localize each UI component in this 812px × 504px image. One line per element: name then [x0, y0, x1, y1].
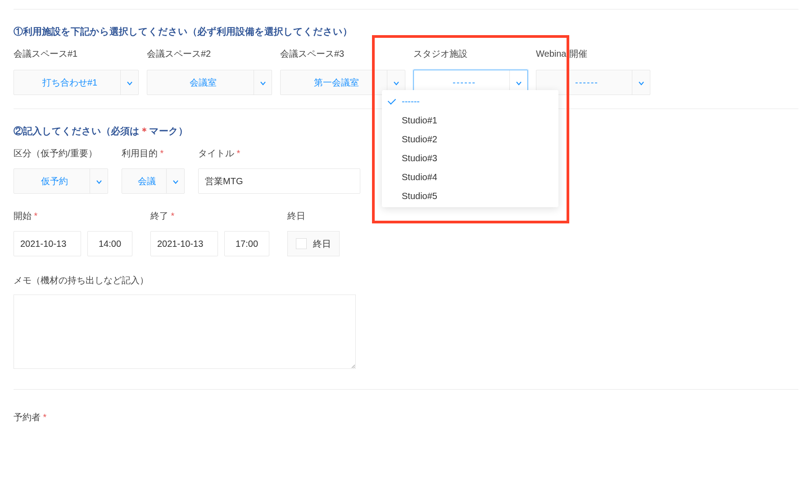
dropdown-option-1[interactable]: Studio#1 [382, 111, 558, 130]
facility-label-4: スタジオ施設 [413, 48, 528, 60]
facility-select-value: ------ [419, 77, 509, 88]
start-label: 開始 * [14, 210, 132, 222]
dropdown-option-3[interactable]: Studio#3 [382, 149, 558, 168]
facility-label-3: 会議スペース#3 [280, 48, 405, 60]
facility-label-1: 会議スペース#1 [14, 48, 139, 60]
facility-select-value: 会議室 [153, 77, 254, 89]
allday-checkbox-wrap[interactable]: 終日 [287, 231, 340, 256]
memo-label: メモ（機材の持ち出しなど記入） [14, 274, 798, 286]
chevron-down-icon [632, 70, 650, 95]
chevron-down-icon [120, 70, 138, 95]
dropdown-option-none[interactable]: ------ [382, 92, 558, 111]
facility-select-value: 打ち合わせ#1 [19, 77, 120, 89]
facility-select-value: 第一会議室 [286, 77, 387, 89]
allday-checkbox[interactable] [296, 238, 307, 249]
start-time-input[interactable] [87, 231, 132, 256]
title-label: タイトル * [198, 147, 360, 159]
facility-select-value: ------ [542, 77, 632, 88]
facility-label-2: 会議スペース#2 [147, 48, 272, 60]
allday-label: 終日 [287, 210, 340, 222]
end-label: 終了 * [150, 210, 269, 222]
studio-dropdown[interactable]: ------ Studio#1 Studio#2 Studio#3 Studio… [382, 90, 558, 207]
purpose-label: 利用目的 * [122, 147, 185, 159]
allday-text: 終日 [313, 238, 331, 250]
kubun-select[interactable]: 仮予約 [14, 168, 108, 194]
purpose-select[interactable]: 会議 [122, 168, 185, 194]
chevron-down-icon [254, 70, 272, 95]
end-time-input[interactable] [224, 231, 269, 256]
facility-select-2[interactable]: 会議室 [147, 70, 272, 95]
start-date-input[interactable] [14, 231, 81, 256]
dropdown-option-4[interactable]: Studio#4 [382, 168, 558, 186]
chevron-down-icon [166, 169, 184, 193]
facility-select-1[interactable]: 打ち合わせ#1 [14, 70, 139, 95]
dropdown-option-2[interactable]: Studio#2 [382, 130, 558, 149]
dropdown-option-5[interactable]: Studio#5 [382, 186, 558, 205]
memo-textarea[interactable] [14, 295, 356, 369]
facility-row: 会議スペース#1 打ち合わせ#1 会議スペース#2 会議室 会議スペース#3 第… [14, 48, 798, 95]
kubun-label: 区分（仮予約/重要） [14, 147, 108, 159]
title-input[interactable] [198, 168, 360, 194]
facility-label-5: Webinar開催 [536, 48, 650, 60]
reserver-label: 予約者 * [14, 412, 46, 422]
chevron-down-icon [90, 169, 108, 193]
end-date-input[interactable] [150, 231, 218, 256]
section-1-title: ①利用施設を下記から選択してください（必ず利用設備を選択してください） [14, 25, 798, 38]
